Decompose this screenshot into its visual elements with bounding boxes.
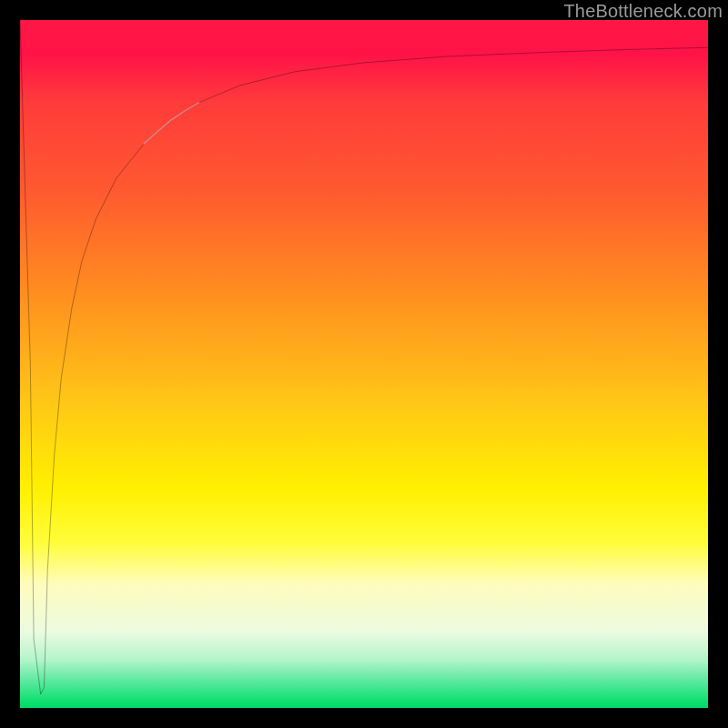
plot-background-gradient — [20, 20, 708, 708]
chart-frame: TheBottleneck.com — [0, 0, 728, 728]
watermark-text: TheBottleneck.com — [563, 1, 723, 22]
